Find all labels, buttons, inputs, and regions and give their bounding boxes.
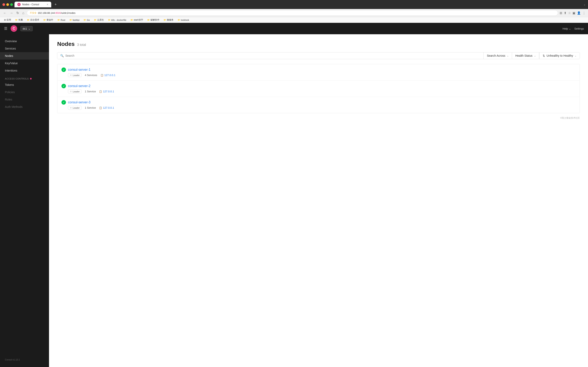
sidebar-item-services[interactable]: Services xyxy=(0,45,49,52)
bookmark-icon[interactable]: ☆ xyxy=(568,11,571,15)
node-leader-badge: ☆ Leader xyxy=(68,106,81,110)
tab-favicon: C xyxy=(17,3,21,6)
health-status-dropdown[interactable]: Health Status ⌄ xyxy=(512,52,539,59)
consul-app: ☰ C dc1 ⌄ Help ⌄ Settings Overview xyxy=(0,23,588,367)
bookmark-apps[interactable]: ⊞ 应用 xyxy=(2,18,13,22)
search-field-container: 🔍 xyxy=(57,52,484,59)
node-name[interactable]: consul-server-3 xyxy=(68,100,90,104)
star-icon: ☆ xyxy=(70,74,72,76)
sidebar-toggle-icon[interactable]: ▣ xyxy=(572,11,575,15)
bookmark-backend[interactable]: 📁 后台需求 xyxy=(25,18,41,22)
page-header: Nodes 3 total xyxy=(57,41,580,47)
sidebar-nav: Overview Services Nodes Key/Value Intent… xyxy=(0,38,49,355)
node-name-row: ✓ consul-server-3 xyxy=(61,100,576,105)
reload-button[interactable]: ↻ xyxy=(16,11,20,15)
table-row[interactable]: ✓ consul-server-1 ☆ Leader 4 Services 📋 … xyxy=(57,64,580,81)
sidebar-item-overview[interactable]: Overview xyxy=(0,38,49,45)
sidebar-item-intentions[interactable]: Intentions xyxy=(0,67,49,74)
sidebar: Overview Services Nodes Key/Value Intent… xyxy=(0,34,49,367)
sidebar-item-auth-methods[interactable]: Auth Methods xyxy=(0,103,49,110)
sort-icon: ⇅ xyxy=(543,54,545,57)
bookmark-cloudnative[interactable]: 📁 云原生 xyxy=(92,18,105,22)
node-meta: ☆ Leader 4 Services 📋 127.0.0.1 xyxy=(61,73,576,77)
browser-chrome: C Nodes - Consul ✕ + ⌄ ← → ↻ ⌂ 不安全 192.1… xyxy=(0,0,588,23)
sidebar-item-overview-label: Overview xyxy=(5,40,17,43)
sort-dropdown[interactable]: ⇅ Unhealthy to Healthy ⌄ xyxy=(539,52,580,59)
datacenter-selector[interactable]: dc1 ⌄ xyxy=(20,26,33,31)
sidebar-item-tokens[interactable]: Tokens xyxy=(0,81,49,89)
bookmark-huangjinye[interactable]: 📁 黄金叶 xyxy=(42,18,55,22)
close-window-button[interactable] xyxy=(2,3,5,6)
menu-icon[interactable]: ⋮ xyxy=(582,11,586,15)
bookmarks-bar: ⊞ 应用 📁 长飘 📁 后台需求 📁 黄金叶 📁 Rust 📁 fastApi … xyxy=(0,17,588,23)
hamburger-menu-button[interactable]: ☰ xyxy=(4,26,7,31)
new-tab-button[interactable]: + xyxy=(53,2,58,7)
tab-title: Nodes - Consul xyxy=(22,3,39,6)
bookmark-go[interactable]: 📁 Go xyxy=(82,18,91,22)
search-across-dropdown[interactable]: Search Across ⌄ xyxy=(484,52,512,59)
sidebar-item-services-label: Services xyxy=(5,47,16,50)
node-health-icon: ✓ xyxy=(61,67,66,72)
bookmark-looklook[interactable]: 📁 looklook xyxy=(176,18,191,22)
settings-button[interactable]: Settings xyxy=(574,27,584,30)
forward-button[interactable]: → xyxy=(9,11,14,15)
badge-label: Leader xyxy=(73,74,80,76)
app-header: ☰ C dc1 ⌄ Help ⌄ Settings xyxy=(0,23,588,34)
copy-icon: 📋 xyxy=(99,90,102,93)
node-meta: ☆ Leader 1 Service 📋 127.0.0.1 xyxy=(61,90,576,93)
bookmark-rust[interactable]: 📁 Rust xyxy=(56,18,67,22)
sidebar-item-policies[interactable]: Policies xyxy=(0,89,49,96)
sidebar-item-roles-label: Roles xyxy=(5,98,12,101)
node-name[interactable]: consul-server-1 xyxy=(68,68,90,72)
badge-label: Leader xyxy=(73,107,80,109)
app-body: Overview Services Nodes Key/Value Intent… xyxy=(0,34,588,367)
window-controls xyxy=(2,3,13,6)
back-button[interactable]: ← xyxy=(2,11,7,15)
page-total-count: 3 total xyxy=(77,43,86,47)
node-ip-address: 📋 127.0.0.1 xyxy=(99,106,114,109)
node-leader-badge: ☆ Leader xyxy=(68,73,81,77)
share-icon[interactable]: ⬆ xyxy=(564,11,567,15)
bookmark-microservices[interactable]: 📁 微服务 xyxy=(162,18,175,22)
tab-close-button[interactable]: ✕ xyxy=(47,3,48,6)
sidebar-item-keyvalue[interactable]: Key/Value xyxy=(0,59,49,67)
sidebar-item-nodes[interactable]: Nodes xyxy=(0,52,49,59)
address-port: :8500 xyxy=(55,12,61,15)
sidebar-item-policies-label: Policies xyxy=(5,91,15,94)
node-name-row: ✓ consul-server-2 xyxy=(61,84,576,88)
search-input[interactable] xyxy=(65,54,481,57)
home-button[interactable]: ⌂ xyxy=(21,11,25,15)
nodes-list: ✓ consul-server-1 ☆ Leader 4 Services 📋 … xyxy=(57,64,580,113)
bookmark-fastapi[interactable]: 📁 fastApi xyxy=(68,18,81,22)
badge-label: Leader xyxy=(73,90,80,93)
bookmark-changpiao[interactable]: 📁 长飘 xyxy=(13,18,25,22)
bookmark-crack[interactable]: 📁 破解软件 xyxy=(146,18,161,22)
sort-chevron-icon: ⌄ xyxy=(575,55,576,57)
profile-icon[interactable]: 👤 xyxy=(577,11,581,15)
active-browser-tab[interactable]: C Nodes - Consul ✕ xyxy=(15,2,51,7)
node-meta: ☆ Leader 1 Service 📋 127.0.0.1 xyxy=(61,106,576,110)
maximize-window-button[interactable] xyxy=(10,3,13,6)
datacenter-label: dc1 xyxy=(23,27,27,30)
sidebar-item-roles[interactable]: Roles xyxy=(0,96,49,103)
node-name[interactable]: consul-server-2 xyxy=(68,84,90,88)
table-row[interactable]: ✓ consul-server-2 ☆ Leader 1 Service 📋 1… xyxy=(57,81,580,97)
node-services-count: 4 Services xyxy=(85,74,97,77)
sidebar-footer: Consul v1.12.1 xyxy=(0,355,49,364)
datacenter-chevron-icon: ⌄ xyxy=(28,27,30,30)
tab-expand-icon[interactable]: ⌄ xyxy=(584,3,586,6)
bookmark-k8s[interactable]: 📁 k8s - dockerfile xyxy=(106,18,128,22)
page-title: Nodes xyxy=(57,41,75,47)
security-warning: 不安全 xyxy=(30,11,36,15)
health-status-label: Health Status xyxy=(515,54,532,57)
search-across-label: Search Across xyxy=(487,54,505,57)
help-menu-button[interactable]: Help ⌄ xyxy=(562,27,571,30)
address-bar[interactable]: 不安全 192.168.88.144:8500/ui/dc1/nodes xyxy=(27,10,558,16)
star-icon: ☆ xyxy=(70,106,72,109)
minimize-window-button[interactable] xyxy=(6,3,9,6)
translate-icon[interactable]: ⊞ xyxy=(560,11,562,15)
browser-toolbar: ← → ↻ ⌂ 不安全 192.168.88.144:8500/ui/dc1/n… xyxy=(0,9,588,17)
table-row[interactable]: ✓ consul-server-3 ☆ Leader 1 Service 📋 1… xyxy=(57,97,580,113)
access-controls-section-label: ACCESS CONTROLS xyxy=(0,74,49,81)
bookmark-stark[interactable]: 📁 stark张宇 xyxy=(129,18,145,22)
